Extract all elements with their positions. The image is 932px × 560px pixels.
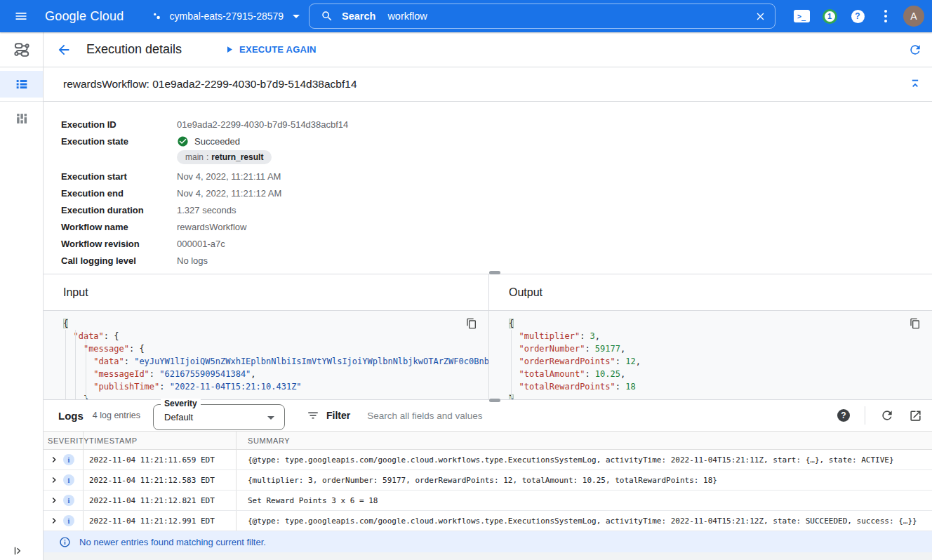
detail-row: Execution duration 1.327 seconds [61, 201, 932, 218]
notifications-button[interactable]: 1 [816, 9, 844, 24]
logs-actions: ? [837, 406, 922, 425]
back-button[interactable] [56, 42, 72, 58]
refresh-button[interactable] [908, 43, 922, 57]
detail-row: Workflow name rewardsWorkflow [61, 218, 932, 235]
badge-separator: : [206, 152, 208, 162]
log-row[interactable]: i2022-11-04 11:21:12.991 EDT{@type: type… [44, 511, 932, 531]
collapse-all-button[interactable] [908, 77, 922, 91]
sidebar-item-metrics[interactable] [0, 102, 43, 135]
severity-select-label: Severity [161, 399, 201, 408]
logs-help-button[interactable]: ? [837, 409, 850, 422]
log-timestamp: 2022-11-04 11:21:12.821 EDT [83, 491, 236, 510]
column-header-summary[interactable]: SUMMARY [236, 432, 932, 449]
filter-search-input[interactable]: Search all fields and values [367, 411, 482, 421]
hamburger-menu-icon[interactable] [14, 9, 28, 23]
logs-table-body: i2022-11-04 11:21:11.659 EDT{@type: type… [44, 450, 932, 531]
project-name: cymbal-eats-27915-28579 [169, 11, 284, 22]
badge-scope: main [185, 152, 204, 162]
copy-icon [910, 318, 921, 329]
execution-title-row: rewardsWorkflow: 01e9ada2-2299-4030-b7d9… [44, 67, 932, 102]
output-panel: Output { "multiplier": 3, "orderNumber":… [489, 274, 932, 399]
detail-row: Execution ID 01e9ada2-2299-4030-b7d9-514… [61, 116, 932, 133]
account-button[interactable]: A [900, 6, 928, 27]
log-row[interactable]: i2022-11-04 11:21:11.659 EDT{@type: type… [44, 450, 932, 470]
detail-label: Execution start [61, 171, 177, 182]
code-line: "data": { [63, 330, 488, 342]
executions-list-icon [14, 76, 29, 92]
log-timestamp: 2022-11-04 11:21:12.991 EDT [83, 511, 236, 531]
detail-row: Execution start Nov 4, 2022, 11:21:11 AM [61, 168, 932, 185]
copy-input-button[interactable] [466, 318, 477, 333]
resize-handle[interactable] [489, 271, 500, 274]
logs-title: Logs [58, 410, 84, 422]
detail-label: Execution duration [61, 205, 177, 215]
code-line: } [509, 393, 932, 399]
sidebar-selected-highlight [0, 71, 43, 98]
log-row[interactable]: i2022-11-04 11:21:12.583 EDT{multiplier:… [44, 470, 932, 491]
check-circle-icon [177, 135, 189, 147]
log-summary: {@type: type.googleapis.com/google.cloud… [236, 511, 932, 531]
log-summary: {@type: type.googleapis.com/google.cloud… [236, 450, 932, 469]
step-badge[interactable]: main : return_result [177, 150, 272, 164]
input-panel: Input { "data": { "message": { "data": "… [44, 274, 489, 399]
project-icon [150, 10, 163, 22]
metrics-icon [14, 111, 29, 126]
copy-output-button[interactable] [910, 318, 921, 333]
detail-label: Execution ID [61, 119, 177, 130]
severity-select-value: Default [154, 405, 284, 429]
open-in-new-button[interactable] [909, 409, 922, 422]
execution-id-value: 01e9ada2-2299-4030-b7d9-514d38acbf14 [177, 119, 348, 130]
execution-start-value: Nov 4, 2022, 11:21:11 AM [177, 171, 281, 182]
expand-row-icon[interactable] [49, 475, 59, 485]
expand-row-icon[interactable] [49, 516, 59, 526]
search-bar[interactable]: Search workflow [309, 4, 775, 29]
execute-again-button[interactable]: EXECUTE AGAIN [224, 44, 317, 55]
expand-row-icon[interactable] [49, 455, 59, 465]
notification-badge: 1 [823, 9, 837, 24]
terminal-icon: >_ [794, 10, 810, 22]
clear-search-icon[interactable] [754, 11, 766, 22]
search-input[interactable]: workflow [387, 11, 427, 22]
code-line: "message": { [63, 342, 488, 355]
workflow-name-value: rewardsWorkflow [177, 222, 246, 232]
sidebar-item-executions[interactable] [0, 67, 43, 102]
open-in-new-icon [909, 409, 922, 422]
google-cloud-logo[interactable]: Google Cloud [45, 9, 124, 24]
expand-row-icon[interactable] [49, 495, 59, 505]
code-line: }, [63, 393, 488, 399]
severity-info-icon: i [63, 515, 74, 526]
workflows-icon [13, 41, 31, 59]
collapse-all-icon [908, 77, 922, 91]
workflow-revision-value: 000001-a7c [177, 239, 225, 249]
log-row[interactable]: i2022-11-04 11:21:12.821 EDTSet Reward P… [44, 491, 932, 511]
help-button[interactable]: ? [844, 10, 872, 23]
column-header-timestamp[interactable]: TIMESTAMP [83, 432, 236, 449]
chevron-down-icon [267, 416, 274, 420]
avatar: A [903, 6, 924, 27]
cloud-shell-button[interactable]: >_ [787, 10, 816, 22]
detail-row: Call logging level No logs [61, 252, 932, 269]
code-line: { [63, 317, 488, 330]
severity-info-icon: i [63, 495, 74, 506]
output-panel-title: Output [489, 274, 932, 311]
search-icon [321, 10, 333, 22]
severity-select[interactable]: Severity Default [153, 404, 285, 430]
detail-row: Execution end Nov 4, 2022, 11:21:12 AM [61, 185, 932, 201]
execution-title: rewardsWorkflow: 01e9ada2-2299-4030-b7d9… [63, 78, 357, 91]
code-line: "messageId": "6216755909541384", [63, 368, 488, 380]
more-options-button[interactable] [872, 10, 900, 22]
code-line: "publishTime": "2022-11-04T15:21:10.431Z… [63, 380, 488, 393]
filter-label: Filter [326, 410, 350, 421]
expand-panel-button[interactable] [12, 545, 25, 560]
input-code-viewer[interactable]: { "data": { "message": { "data": "eyJuYW… [44, 311, 488, 399]
call-logging-level-value: No logs [177, 255, 208, 266]
resize-handle[interactable] [489, 399, 500, 402]
bottom-strip [44, 552, 932, 560]
output-code-viewer[interactable]: { "multiplier": 3, "orderNumber": 59177,… [489, 311, 932, 399]
logs-refresh-button[interactable] [880, 408, 894, 422]
project-selector[interactable]: cymbal-eats-27915-28579 [150, 10, 300, 22]
sidebar-item-workflows[interactable] [0, 32, 43, 67]
log-timestamp: 2022-11-04 11:21:12.583 EDT [83, 470, 236, 490]
column-header-severity[interactable]: SEVERITY [44, 432, 83, 449]
logs-filter: Filter Search all fields and values [307, 409, 483, 422]
